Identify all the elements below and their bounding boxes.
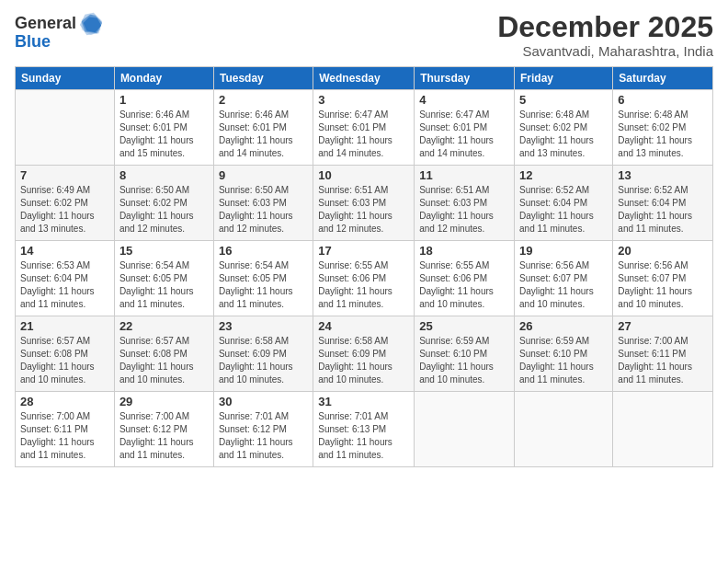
day-info: Sunrise: 6:53 AM Sunset: 6:04 PM Dayligh… [20,259,109,311]
table-row: 6Sunrise: 6:48 AM Sunset: 6:02 PM Daylig… [613,90,713,166]
table-row: 13Sunrise: 6:52 AM Sunset: 6:04 PM Dayli… [613,166,713,241]
day-number: 16 [219,244,308,258]
table-row: 31Sunrise: 7:01 AM Sunset: 6:13 PM Dayli… [313,392,415,467]
table-row: 30Sunrise: 7:01 AM Sunset: 6:12 PM Dayli… [213,392,313,467]
table-row: 27Sunrise: 7:00 AM Sunset: 6:11 PM Dayli… [613,316,713,392]
day-number: 30 [219,395,308,408]
main-title: December 2025 [497,11,713,43]
day-number: 29 [119,395,209,408]
day-info: Sunrise: 6:47 AM Sunset: 6:01 PM Dayligh… [419,109,509,160]
table-row: 15Sunrise: 6:54 AM Sunset: 6:05 PM Dayli… [114,241,213,316]
table-row: 7Sunrise: 6:49 AM Sunset: 6:02 PM Daylig… [16,166,115,241]
table-row: 28Sunrise: 7:00 AM Sunset: 6:11 PM Dayli… [16,392,115,467]
day-number: 7 [20,168,109,182]
day-number: 4 [419,93,509,107]
table-row: 16Sunrise: 6:54 AM Sunset: 6:05 PM Dayli… [213,241,313,316]
table-row: 25Sunrise: 6:59 AM Sunset: 6:10 PM Dayli… [415,316,515,392]
header: General Blue December 2025 Savantvadi, M… [15,11,713,59]
day-info: Sunrise: 6:57 AM Sunset: 6:08 PM Dayligh… [119,335,209,386]
table-row: 9Sunrise: 6:50 AM Sunset: 6:03 PM Daylig… [213,166,313,241]
table-row [515,392,613,467]
calendar-week-row: 7Sunrise: 6:49 AM Sunset: 6:02 PM Daylig… [16,166,713,241]
header-thursday: Thursday [415,67,515,90]
table-row: 21Sunrise: 6:57 AM Sunset: 6:08 PM Dayli… [16,316,115,392]
title-block: December 2025 Savantvadi, Maharashtra, I… [497,11,713,59]
day-info: Sunrise: 6:51 AM Sunset: 6:03 PM Dayligh… [318,184,409,236]
table-row [613,392,713,467]
day-info: Sunrise: 6:55 AM Sunset: 6:06 PM Dayligh… [318,259,409,311]
table-row: 1Sunrise: 6:46 AM Sunset: 6:01 PM Daylig… [114,90,213,166]
calendar-week-row: 21Sunrise: 6:57 AM Sunset: 6:08 PM Dayli… [16,316,713,392]
day-info: Sunrise: 6:57 AM Sunset: 6:08 PM Dayligh… [20,335,109,386]
table-row [16,90,115,166]
day-info: Sunrise: 6:59 AM Sunset: 6:10 PM Dayligh… [419,335,509,386]
day-info: Sunrise: 6:46 AM Sunset: 6:01 PM Dayligh… [119,109,209,160]
day-info: Sunrise: 6:50 AM Sunset: 6:03 PM Dayligh… [219,184,308,236]
day-number: 9 [219,168,308,182]
table-row: 8Sunrise: 6:50 AM Sunset: 6:02 PM Daylig… [114,166,213,241]
table-row: 19Sunrise: 6:56 AM Sunset: 6:07 PM Dayli… [515,241,613,316]
table-row: 23Sunrise: 6:58 AM Sunset: 6:09 PM Dayli… [213,316,313,392]
table-row: 3Sunrise: 6:47 AM Sunset: 6:01 PM Daylig… [313,90,415,166]
day-info: Sunrise: 7:00 AM Sunset: 6:11 PM Dayligh… [618,335,708,386]
day-number: 20 [618,244,708,258]
calendar-week-row: 1Sunrise: 6:46 AM Sunset: 6:01 PM Daylig… [16,90,713,166]
table-row: 18Sunrise: 6:55 AM Sunset: 6:06 PM Dayli… [415,241,515,316]
logo-general: General [15,15,76,33]
table-row: 24Sunrise: 6:58 AM Sunset: 6:09 PM Dayli… [313,316,415,392]
header-monday: Monday [114,67,213,90]
header-sunday: Sunday [16,67,115,90]
day-info: Sunrise: 6:54 AM Sunset: 6:05 PM Dayligh… [119,259,209,311]
day-number: 5 [519,93,608,107]
day-info: Sunrise: 6:48 AM Sunset: 6:02 PM Dayligh… [519,109,608,160]
table-row: 5Sunrise: 6:48 AM Sunset: 6:02 PM Daylig… [515,90,613,166]
day-number: 25 [419,319,509,333]
day-info: Sunrise: 7:00 AM Sunset: 6:11 PM Dayligh… [20,410,109,462]
calendar-table: Sunday Monday Tuesday Wednesday Thursday… [15,66,713,467]
calendar-week-row: 28Sunrise: 7:00 AM Sunset: 6:11 PM Dayli… [16,392,713,467]
day-info: Sunrise: 6:47 AM Sunset: 6:01 PM Dayligh… [318,109,409,160]
day-info: Sunrise: 6:58 AM Sunset: 6:09 PM Dayligh… [318,335,409,386]
table-row: 26Sunrise: 6:59 AM Sunset: 6:10 PM Dayli… [515,316,613,392]
day-number: 1 [119,93,209,107]
page: General Blue December 2025 Savantvadi, M… [0,0,728,563]
logo-icon [78,11,104,37]
day-number: 8 [119,168,209,182]
calendar-header-row: Sunday Monday Tuesday Wednesday Thursday… [16,67,713,90]
table-row: 10Sunrise: 6:51 AM Sunset: 6:03 PM Dayli… [313,166,415,241]
header-saturday: Saturday [613,67,713,90]
day-number: 24 [318,319,409,333]
day-number: 28 [20,395,109,408]
day-number: 15 [119,244,209,258]
header-tuesday: Tuesday [213,67,313,90]
day-number: 3 [318,93,409,107]
day-number: 18 [419,244,509,258]
day-number: 22 [119,319,209,333]
day-info: Sunrise: 6:56 AM Sunset: 6:07 PM Dayligh… [618,259,708,311]
day-number: 14 [20,244,109,258]
day-info: Sunrise: 6:52 AM Sunset: 6:04 PM Dayligh… [519,184,608,236]
day-number: 26 [519,319,608,333]
day-number: 11 [419,168,509,182]
day-number: 23 [219,319,308,333]
table-row: 14Sunrise: 6:53 AM Sunset: 6:04 PM Dayli… [16,241,115,316]
day-number: 21 [20,319,109,333]
day-number: 2 [219,93,308,107]
day-info: Sunrise: 6:51 AM Sunset: 6:03 PM Dayligh… [419,184,509,236]
logo: General Blue [15,11,104,52]
table-row: 11Sunrise: 6:51 AM Sunset: 6:03 PM Dayli… [415,166,515,241]
day-info: Sunrise: 6:49 AM Sunset: 6:02 PM Dayligh… [20,184,109,236]
table-row: 4Sunrise: 6:47 AM Sunset: 6:01 PM Daylig… [415,90,515,166]
table-row: 12Sunrise: 6:52 AM Sunset: 6:04 PM Dayli… [515,166,613,241]
table-row: 20Sunrise: 6:56 AM Sunset: 6:07 PM Dayli… [613,241,713,316]
day-info: Sunrise: 6:58 AM Sunset: 6:09 PM Dayligh… [219,335,308,386]
day-info: Sunrise: 6:48 AM Sunset: 6:02 PM Dayligh… [618,109,708,160]
day-info: Sunrise: 6:54 AM Sunset: 6:05 PM Dayligh… [219,259,308,311]
day-number: 12 [519,168,608,182]
table-row: 22Sunrise: 6:57 AM Sunset: 6:08 PM Dayli… [114,316,213,392]
day-number: 6 [618,93,708,107]
day-info: Sunrise: 6:55 AM Sunset: 6:06 PM Dayligh… [419,259,509,311]
table-row: 29Sunrise: 7:00 AM Sunset: 6:12 PM Dayli… [114,392,213,467]
day-info: Sunrise: 7:01 AM Sunset: 6:13 PM Dayligh… [318,410,409,462]
day-info: Sunrise: 6:46 AM Sunset: 6:01 PM Dayligh… [219,109,308,160]
